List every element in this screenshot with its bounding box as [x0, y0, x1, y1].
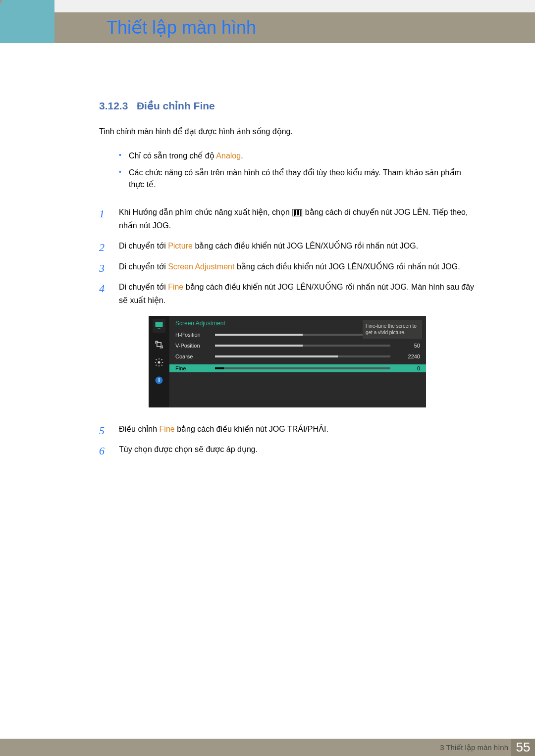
step-item: 2 Di chuyển tới Picture bằng cách điều k… — [99, 239, 476, 252]
section-heading: 3.12.3 Điều chỉnh Fine — [99, 100, 476, 112]
svg-point-3 — [158, 361, 160, 364]
chapter-title: Thiết lập màn hình — [107, 17, 256, 38]
note-item: Các chức năng có sẵn trên màn hình có th… — [119, 167, 476, 191]
step-list: 1 Khi Hướng dẫn phím chức năng xuất hiện… — [99, 205, 476, 307]
step-item: 6 Tùy chọn được chọn sẽ được áp dụng. — [99, 443, 476, 456]
page-body: 3.12.3 Điều chỉnh Fine Tinh chỉnh màn hì… — [0, 43, 535, 739]
corner-graphic — [0, 0, 54, 47]
note-list: Chỉ có sẵn trong chế độ Analog. Các chức… — [119, 150, 476, 191]
svg-rect-1 — [158, 328, 160, 329]
info-icon: i — [154, 375, 164, 386]
osd-row: V-Position 50 — [175, 343, 420, 349]
osd-bar — [215, 345, 390, 347]
footer-chapter-label: 3 Thiết lập màn hình — [440, 743, 508, 752]
accent-term: Screen Adjustment — [168, 262, 234, 271]
osd-row: Coarse 2240 — [175, 353, 420, 359]
intro-text: Tinh chỉnh màn hình để đạt được hình ảnh… — [99, 127, 476, 136]
section-title: Điều chỉnh Fine — [137, 100, 215, 111]
step-item: 1 Khi Hướng dẫn phím chức năng xuất hiện… — [99, 205, 476, 232]
accent-term: Fine — [160, 425, 175, 433]
step-item: 4 Di chuyển tới Fine bằng cách điều khiể… — [99, 280, 476, 307]
step-item: 3 Di chuyển tới Screen Adjustment bằng c… — [99, 260, 476, 273]
osd-row-active: Fine 0 — [169, 364, 426, 372]
chapter-header: Thiết lập màn hình — [54, 12, 535, 43]
page-footer: 3 Thiết lập màn hình 55 — [0, 739, 535, 756]
svg-text:i: i — [158, 377, 160, 383]
step-item: 5 Điều chỉnh Fine bằng cách điều khiển n… — [99, 422, 476, 436]
gear-icon — [154, 357, 164, 368]
resize-icon — [154, 340, 164, 351]
osd-sidebar: i — [149, 316, 169, 407]
step-list-cont: 5 Điều chỉnh Fine bằng cách điều khiển n… — [99, 422, 476, 456]
osd-tooltip: Fine-tune the screen to get a vivid pict… — [363, 320, 422, 339]
osd-bar — [215, 367, 390, 369]
note-item: Chỉ có sẵn trong chế độ Analog. — [119, 150, 476, 162]
osd-screenshot: i Screen Adjustment H-Position 50 V-Posi… — [99, 316, 476, 407]
section-number: 3.12.3 — [99, 100, 128, 111]
accent-term: Fine — [168, 283, 183, 291]
osd-bar — [215, 355, 390, 357]
svg-rect-2 — [157, 343, 161, 347]
osd-main: Screen Adjustment H-Position 50 V-Positi… — [169, 316, 426, 407]
monitor-icon — [153, 319, 165, 333]
menu-icon — [294, 209, 301, 216]
accent-term: Analog — [216, 151, 241, 160]
page-number: 55 — [511, 739, 535, 756]
accent-term: Picture — [168, 242, 193, 250]
svg-rect-0 — [156, 322, 163, 327]
